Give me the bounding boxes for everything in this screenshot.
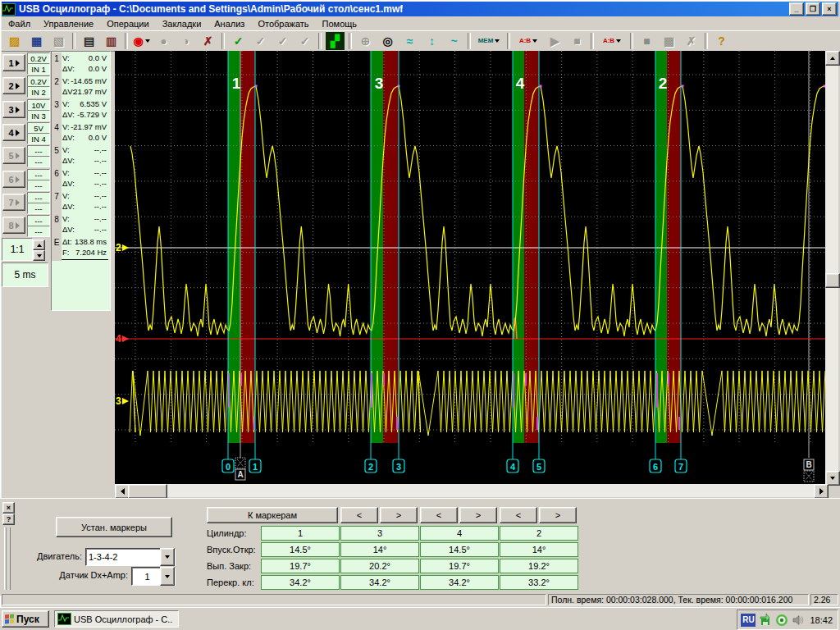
save-file-button[interactable]: ▦	[26, 31, 47, 51]
search-button[interactable]: ◎	[377, 31, 398, 51]
sensor-dropdown-button[interactable]	[160, 567, 175, 586]
channel-2-button[interactable]: 2	[2, 77, 25, 94]
channel-8-range[interactable]: ---	[27, 215, 50, 226]
channel-6-input[interactable]: ---	[27, 180, 50, 191]
channel-3-input[interactable]: IN 3	[27, 110, 50, 121]
channel-1-range[interactable]: 0.2V	[27, 52, 50, 64]
col3-prev-button[interactable]: <	[420, 507, 458, 523]
clear-mask-button[interactable]: ✗	[681, 31, 701, 51]
hscroll-thumb[interactable]	[128, 484, 167, 499]
menu-item-file[interactable]: Файл	[2, 17, 37, 30]
channel-2-range[interactable]: 0.2V	[27, 75, 50, 87]
channel-4-button[interactable]: 4	[2, 124, 25, 141]
menu-item-analysis[interactable]: Анализ	[208, 17, 251, 30]
help-button[interactable]: ?	[711, 31, 732, 51]
hscroll-right-button[interactable]	[814, 484, 829, 499]
timebase-field[interactable]: 5 ms	[2, 262, 48, 287]
menu-item-control[interactable]: Управление	[37, 17, 100, 30]
mask-button[interactable]: ▩	[659, 31, 679, 51]
col4-next-button[interactable]: >	[539, 507, 577, 523]
dock-grip[interactable]	[7, 527, 11, 590]
zoom-up-button[interactable]	[33, 240, 45, 250]
usb-device-tray-icon[interactable]	[759, 614, 772, 627]
channel-3-arrow-label[interactable]: 3	[116, 395, 121, 407]
col3-next-button[interactable]: >	[459, 507, 497, 523]
language-indicator[interactable]: RU	[741, 614, 756, 627]
record-single-button[interactable]: ◑	[176, 31, 196, 51]
abort-button[interactable]: ✗	[198, 31, 218, 51]
channel-3-button[interactable]: 3	[2, 101, 25, 118]
check-forward-button[interactable]: ✓	[294, 31, 315, 51]
select-region-button[interactable]: ■	[637, 31, 657, 51]
menu-item-help[interactable]: Помощь	[316, 17, 364, 30]
scope-area[interactable]: 101323445267AB243	[115, 51, 825, 484]
check-back-button[interactable]: ✓	[250, 31, 271, 51]
check-wave-button[interactable]: ✓	[272, 31, 293, 51]
channel-3-range[interactable]: 10V	[27, 99, 50, 111]
dropdown-arrow-icon[interactable]	[616, 39, 621, 43]
ab-play-button[interactable]: ▶	[545, 31, 565, 51]
col2-next-button[interactable]: >	[380, 507, 418, 523]
vscroll-thumb[interactable]	[825, 273, 840, 288]
channel-5-button[interactable]: 5	[2, 147, 25, 164]
volume-tray-icon[interactable]	[792, 614, 805, 627]
minimize-button[interactable]: _	[789, 2, 804, 16]
ab-table-button[interactable]: A:B	[597, 31, 627, 51]
ab-stop-button[interactable]: ■	[567, 31, 587, 51]
import-file-button[interactable]: ▧	[48, 31, 69, 51]
print-screen-button[interactable]: ▥	[101, 31, 121, 51]
start-button[interactable]: Пуск	[2, 610, 49, 628]
web-button[interactable]: ⊕	[355, 31, 376, 51]
taskbar-task-button[interactable]: USB Осциллограф - C...	[54, 610, 179, 628]
sensor-combobox[interactable]: 1	[131, 567, 176, 586]
dock-close-button[interactable]: ×	[2, 502, 15, 514]
scope-vscrollbar[interactable]	[825, 51, 838, 484]
dropdown-arrow-icon[interactable]	[145, 39, 150, 43]
dropdown-arrow-icon[interactable]	[532, 39, 537, 43]
col4-prev-button[interactable]: <	[500, 507, 537, 523]
memory-button[interactable]: MEM	[474, 31, 504, 51]
menu-item-display[interactable]: Отображать	[251, 17, 315, 30]
scope-svg[interactable]: 101323445267AB243	[115, 51, 825, 484]
display-mode-button[interactable]: ▞	[325, 31, 345, 51]
antivirus-tray-icon[interactable]	[775, 614, 788, 627]
col2-prev-button[interactable]: <	[340, 507, 378, 523]
engine-dropdown-button[interactable]	[160, 548, 175, 566]
open-file-button[interactable]: ▨	[4, 31, 25, 51]
to-markers-button[interactable]: К маркерам	[207, 507, 338, 523]
title-bar[interactable]: USB Осциллограф - C:\Documents and Setti…	[2, 2, 838, 16]
dock-help-button[interactable]: ?	[2, 514, 15, 525]
channel-6-range[interactable]: ---	[27, 169, 50, 180]
menu-item-operations[interactable]: Операции	[100, 17, 155, 30]
fit-amplitude-button[interactable]: ≈	[399, 31, 420, 51]
ab-open-button[interactable]: A:B	[514, 31, 543, 51]
engine-combobox[interactable]: 1-3-4-2	[85, 548, 176, 566]
channel-4-input[interactable]: IN 4	[27, 133, 50, 144]
channel-5-range[interactable]: ---	[27, 145, 50, 157]
channel-7-range[interactable]: ---	[27, 192, 50, 203]
scope-hscrollbar[interactable]	[115, 484, 827, 497]
channel-4-arrow-label[interactable]: 4	[116, 333, 121, 345]
channel-7-button[interactable]: 7	[2, 194, 25, 211]
zoom-waveform-button[interactable]: ~	[444, 31, 464, 51]
menu-item-bookmarks[interactable]: Закладки	[156, 17, 208, 30]
channel-8-button[interactable]: 8	[2, 217, 25, 234]
vscroll-up-button[interactable]	[825, 51, 840, 66]
channel-6-button[interactable]: 6	[2, 171, 25, 188]
channel-5-input[interactable]: ---	[27, 156, 50, 167]
channel-7-input[interactable]: ---	[27, 203, 50, 214]
zoom-ratio-field[interactable]: 1:1	[2, 238, 33, 261]
channel-1-button[interactable]: 1	[2, 54, 25, 71]
channel-1-input[interactable]: IN 1	[27, 63, 50, 75]
channel-8-input[interactable]: ---	[27, 226, 50, 237]
zoom-down-button[interactable]	[33, 250, 45, 261]
close-button[interactable]: ×	[822, 2, 837, 16]
maximize-button[interactable]: ❐	[806, 2, 820, 16]
cursors-button[interactable]: ↕	[422, 31, 442, 51]
dropdown-arrow-icon[interactable]	[495, 39, 500, 43]
channel-2-arrow-label[interactable]: 2	[116, 242, 121, 253]
power-device-button[interactable]: ◉	[131, 31, 152, 51]
record-button[interactable]: ●	[153, 31, 174, 51]
channel-2-input[interactable]: IN 2	[27, 86, 50, 98]
channel-4-range[interactable]: 5V	[27, 122, 50, 134]
